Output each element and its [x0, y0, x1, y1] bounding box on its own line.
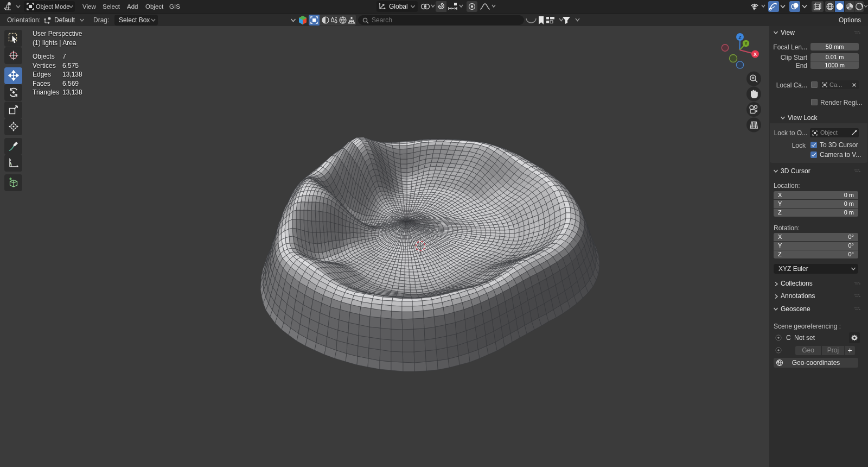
- svg-text:Z: Z: [738, 35, 742, 40]
- svg-text:Y: Y: [744, 41, 748, 46]
- svg-text:X: X: [754, 52, 757, 57]
